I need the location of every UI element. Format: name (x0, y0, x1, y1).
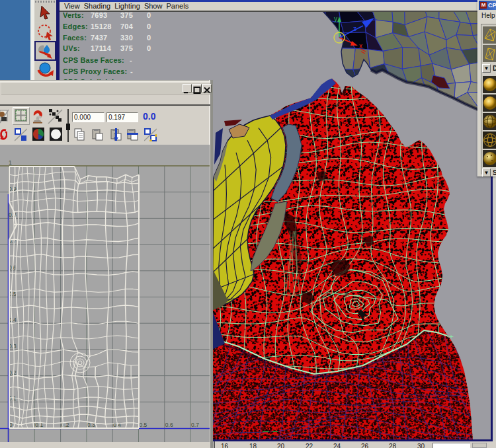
svg-text:0.6: 0.6 (165, 422, 173, 428)
svg-text:0.5: 0.5 (140, 422, 147, 428)
svg-text:0.7: 0.7 (191, 422, 199, 428)
svg-text:x: x (359, 42, 362, 50)
svg-text:1: 1 (9, 159, 12, 166)
svg-text:z: z (353, 25, 356, 32)
svg-text:y: y (334, 15, 337, 22)
